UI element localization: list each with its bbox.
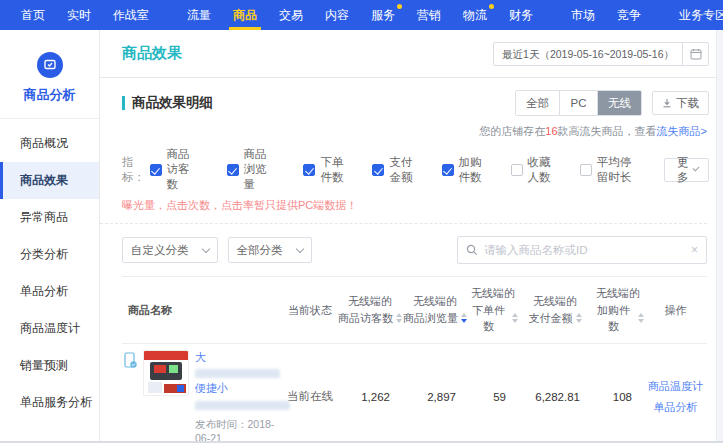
date-range-label: 最近1天（2019-05-16~2019-05-16）	[494, 43, 682, 65]
nav-item-logistics[interactable]: 物流	[457, 0, 493, 30]
sidebar-item-product-thermometer[interactable]: 商品温度计	[0, 310, 99, 347]
checkbox-label: 下单件数	[320, 155, 346, 185]
sidebar-header: 商品分析	[0, 30, 99, 119]
loss-count: 16	[545, 125, 557, 137]
nav-item-service[interactable]: 服务	[365, 0, 401, 30]
nav-item-home[interactable]: 首页	[15, 0, 51, 30]
download-label: 下载	[676, 96, 699, 111]
date-range-picker[interactable]: 最近1天（2019-05-16~2019-05-16）	[493, 42, 709, 66]
product-search-box[interactable]: ×	[457, 236, 707, 264]
col-line1: 无线端的	[518, 293, 592, 310]
visitors-cell: 1,262	[338, 391, 402, 403]
tab-all[interactable]: 全部	[516, 91, 560, 115]
checkbox-label: 商品浏览量	[244, 147, 278, 192]
checkbox-label: 平均停留时长	[597, 155, 639, 185]
notification-dot	[397, 4, 402, 9]
select-value: 全部分类	[237, 243, 283, 258]
orders-cell: 59	[468, 391, 518, 403]
nav-item-finance[interactable]: 财务	[503, 0, 539, 30]
col-line1: 无线端的	[402, 293, 468, 310]
sidebar-item-abnormal-products[interactable]: 异常商品	[0, 199, 99, 236]
checkbox-order-items[interactable]: 下单件数	[303, 155, 346, 185]
sidebar-item-product-overview[interactable]: 商品概况	[0, 125, 99, 162]
checkbox-cart-items[interactable]: 加购件数	[442, 155, 485, 185]
col-line2: 商品浏览量	[403, 310, 458, 327]
nav-item-label: 物流	[463, 8, 487, 22]
all-category-select[interactable]: 全部分类	[228, 237, 312, 263]
single-analysis-link[interactable]: 单品分析	[644, 397, 707, 418]
nav-item-marketing[interactable]: 营销	[411, 0, 447, 30]
sort-icon-active[interactable]	[461, 313, 467, 323]
col-payment: 无线端的 支付金额	[518, 293, 592, 326]
nav-item-compete[interactable]: 竞争	[611, 0, 647, 30]
nav-item-content[interactable]: 内容	[319, 0, 355, 30]
sidebar-item-single-service[interactable]: 单品服务分析	[0, 384, 99, 421]
tab-wireless[interactable]: 无线	[598, 91, 641, 115]
checkbox-payment-amount[interactable]: 支付金额	[372, 155, 415, 185]
checkbox-product-visitors[interactable]: 商品访客数	[150, 147, 201, 192]
calendar-icon[interactable]	[682, 43, 708, 65]
sidebar-item-product-effect[interactable]: 商品效果	[0, 162, 99, 199]
platform-tab-group: 全部 PC 无线	[515, 90, 642, 116]
nav-item-warroom[interactable]: 作战室	[107, 0, 155, 30]
top-nav: 首页 实时 作战室 流量 商品 交易 内容 服务 营销 物流 财务 市场 竞争 …	[0, 0, 723, 30]
checkbox-icon	[580, 164, 592, 176]
section-title-wrap: 商品效果明细	[122, 94, 213, 112]
notice-text: 款高流失商品，查看	[558, 125, 657, 137]
col-status: 当前状态	[282, 302, 338, 319]
publish-time: 发布时间：2018-06-21	[195, 418, 282, 443]
redacted-text	[195, 401, 290, 410]
search-input[interactable]	[484, 244, 691, 256]
notice-text: 您的店铺存在	[479, 125, 545, 137]
col-line1: 无线端的	[468, 285, 518, 302]
product-name-link[interactable]: 大便捷小	[195, 350, 282, 414]
col-line2: 下单件数	[468, 302, 509, 335]
loss-product-notice: 您的店铺存在16款高流失商品，查看流失商品>	[100, 122, 723, 139]
sidebar: 商品分析 商品概况 商品效果 异常商品 分类分析 单品分析 商品温度计 销量预测…	[0, 30, 100, 443]
mobile-verified-icon	[124, 352, 137, 373]
custom-category-select[interactable]: 自定义分类	[122, 237, 218, 263]
product-image[interactable]	[143, 350, 189, 396]
metric-label: 指标：	[122, 155, 146, 185]
sidebar-item-category-analysis[interactable]: 分类分析	[0, 236, 99, 273]
checkbox-icon	[227, 164, 239, 176]
download-icon	[662, 98, 672, 108]
checkbox-icon	[150, 164, 162, 176]
main-content: 商品效果 最近1天（2019-05-16~2019-05-16） 商品效果明细 …	[100, 30, 723, 443]
checkbox-label: 商品访客数	[167, 147, 201, 192]
nav-item-realtime[interactable]: 实时	[61, 0, 97, 30]
more-label: 更多	[675, 155, 689, 185]
app-window: 首页 实时 作战室 流量 商品 交易 内容 服务 营销 物流 财务 市场 竞争 …	[0, 0, 723, 443]
nav-item-bizzone[interactable]: 业务专区	[673, 0, 723, 30]
nav-item-label: 服务	[371, 8, 395, 22]
table-header: 商品名称 当前状态 无线端的 商品访客数 无线端的 商品浏览量 无线端的 下单件…	[122, 277, 707, 344]
clear-search-icon[interactable]: ×	[691, 243, 698, 257]
more-metrics-button[interactable]: 更多	[664, 158, 709, 182]
nav-item-market[interactable]: 市场	[565, 0, 601, 30]
col-line2: 加购件数	[592, 302, 635, 335]
checkbox-avg-stay[interactable]: 平均停留时长	[580, 155, 639, 185]
scrollbar-track[interactable]	[716, 30, 723, 443]
search-icon	[466, 244, 478, 256]
select-value: 自定义分类	[131, 243, 189, 258]
col-views: 无线端的 商品浏览量	[402, 293, 468, 326]
product-table: 商品名称 当前状态 无线端的 商品访客数 无线端的 商品浏览量 无线端的 下单件…	[122, 276, 707, 443]
sidebar-item-sales-forecast[interactable]: 销量预测	[0, 347, 99, 384]
col-actions: 操作	[644, 302, 707, 319]
loss-product-link[interactable]: 流失商品>	[657, 125, 707, 137]
checkbox-product-views[interactable]: 商品浏览量	[227, 147, 278, 192]
thermometer-link[interactable]: 商品温度计	[644, 376, 707, 397]
sort-icon[interactable]	[576, 313, 582, 323]
download-button[interactable]: 下载	[652, 91, 709, 115]
checkbox-icon	[511, 164, 523, 176]
checkbox-favorites[interactable]: 收藏人数	[511, 155, 554, 185]
nav-item-traffic[interactable]: 流量	[181, 0, 217, 30]
tab-pc[interactable]: PC	[560, 91, 598, 115]
nav-item-product[interactable]: 商品	[227, 0, 263, 30]
nav-item-trade[interactable]: 交易	[273, 0, 309, 30]
payment-cell: 6,282.81	[518, 391, 592, 403]
sidebar-item-single-product[interactable]: 单品分析	[0, 273, 99, 310]
sidebar-menu: 商品概况 商品效果 异常商品 分类分析 单品分析 商品温度计 销量预测 单品服务…	[0, 119, 99, 421]
page-header: 商品效果 最近1天（2019-05-16~2019-05-16）	[100, 30, 723, 78]
redacted-text	[195, 369, 280, 378]
